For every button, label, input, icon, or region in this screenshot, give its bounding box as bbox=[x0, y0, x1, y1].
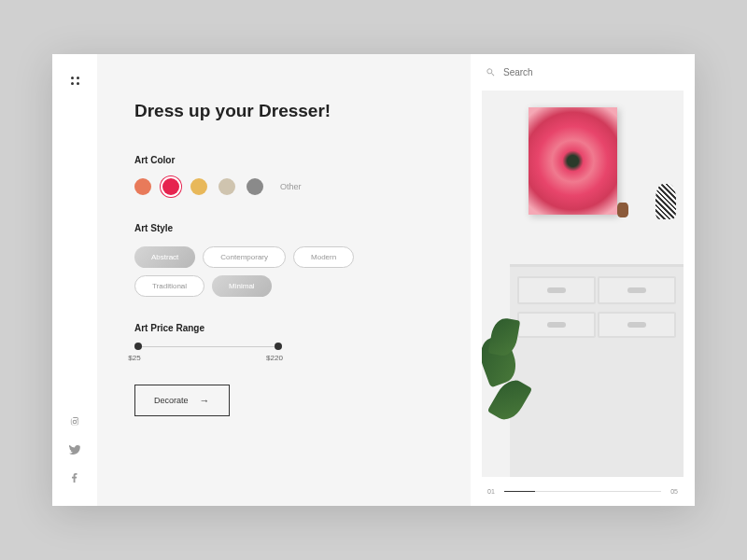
color-swatch-0[interactable] bbox=[134, 178, 151, 195]
search-icon bbox=[486, 67, 496, 77]
style-options: Abstract Contemporary Modern Traditional… bbox=[134, 246, 396, 297]
price-min-label: $25 bbox=[128, 354, 140, 362]
sidebar bbox=[52, 54, 97, 506]
color-swatch-1[interactable] bbox=[162, 178, 179, 195]
style-pill-modern[interactable]: Modern bbox=[293, 246, 354, 268]
color-swatch-3[interactable] bbox=[218, 178, 235, 195]
main-panel: Dress up your Dresser! Art Color Other A… bbox=[97, 54, 471, 506]
price-section: Art Price Range $25 $220 bbox=[134, 323, 433, 347]
search-bar bbox=[471, 54, 695, 91]
price-section-label: Art Price Range bbox=[134, 323, 433, 333]
page-total: 05 bbox=[670, 488, 678, 495]
page-current: 01 bbox=[487, 488, 495, 495]
instagram-icon[interactable] bbox=[69, 416, 80, 427]
arrow-right-icon: → bbox=[200, 395, 210, 406]
facebook-icon[interactable] bbox=[69, 472, 80, 483]
price-handle-min[interactable] bbox=[134, 343, 142, 350]
color-swatch-2[interactable] bbox=[190, 178, 207, 195]
page-title: Dress up your Dresser! bbox=[134, 101, 433, 121]
color-swatches: Other bbox=[134, 178, 433, 195]
page-progress[interactable] bbox=[504, 491, 661, 492]
style-pill-traditional[interactable]: Traditional bbox=[134, 275, 204, 297]
style-pill-minimal[interactable]: Minimal bbox=[212, 275, 272, 297]
preview-panel: 01 05 bbox=[471, 54, 695, 506]
dresser bbox=[510, 264, 684, 477]
style-section-label: Art Style bbox=[134, 223, 433, 233]
price-slider[interactable]: $25 $220 bbox=[134, 346, 275, 347]
price-handle-max[interactable] bbox=[275, 343, 282, 350]
color-swatch-4[interactable] bbox=[247, 178, 263, 195]
vase-decor bbox=[655, 184, 676, 219]
pagination: 01 05 bbox=[471, 477, 695, 506]
art-canvas bbox=[529, 107, 617, 215]
figurine-decor bbox=[617, 203, 628, 217]
color-other-link[interactable]: Other bbox=[280, 182, 302, 191]
decorate-label: Decorate bbox=[154, 396, 189, 405]
twitter-icon[interactable] bbox=[69, 444, 80, 455]
app-window: Dress up your Dresser! Art Color Other A… bbox=[52, 54, 695, 506]
price-max-label: $220 bbox=[266, 354, 283, 362]
color-section-label: Art Color bbox=[134, 155, 433, 165]
menu-icon[interactable] bbox=[71, 77, 79, 85]
preview-image bbox=[482, 91, 684, 477]
search-input[interactable] bbox=[503, 67, 680, 77]
decorate-button[interactable]: Decorate → bbox=[134, 385, 230, 416]
plant-decor bbox=[482, 309, 529, 477]
style-pill-contemporary[interactable]: Contemporary bbox=[203, 246, 286, 268]
style-pill-abstract[interactable]: Abstract bbox=[134, 246, 195, 268]
social-links bbox=[69, 416, 80, 483]
